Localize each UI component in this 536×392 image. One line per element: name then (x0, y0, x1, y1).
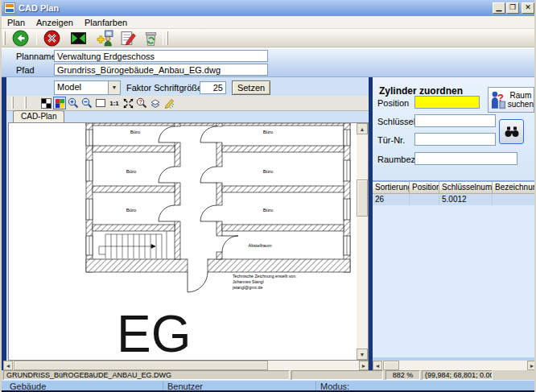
close-button[interactable]: ✕ (522, 2, 534, 14)
status-empty-cell (291, 370, 383, 380)
raum-suchen-label: suchen (508, 100, 534, 109)
zoom-window-button[interactable] (94, 97, 107, 109)
scroll-left-icon[interactable]: ◄ (3, 361, 13, 370)
menu-plan[interactable]: Plan (2, 16, 31, 29)
cell-bezeichnung (493, 194, 536, 205)
cad-viewport[interactable]: Büro Büro Büro Büro Büro Büro Abstellrau… (8, 122, 369, 361)
zoom-window-icon (95, 97, 106, 109)
abort-button[interactable] (39, 29, 64, 47)
assign-person-icon (97, 30, 113, 47)
annotation-line: jstangl@gmx.de (232, 285, 262, 290)
table-hscrollbar[interactable]: ◄ ► (373, 361, 536, 370)
cad-vscrollbar[interactable]: ▲ ▼ (357, 123, 368, 360)
table-header: Sortierung Position Schlüsselnummer Beze… (373, 182, 536, 194)
column-header-bezeichnung[interactable]: Bezeichnung (493, 182, 536, 194)
zoom-selected-button[interactable]: ? (135, 97, 148, 109)
scroll-down-icon[interactable]: ▼ (357, 349, 368, 360)
tuer-input[interactable] (414, 133, 496, 146)
zoom-extents-button[interactable] (122, 97, 134, 109)
trash-icon (142, 30, 159, 47)
view-toolbar-grip[interactable] (24, 97, 27, 109)
column-header-schluesselnummer[interactable]: Schlüsselnummer (439, 182, 493, 194)
cad-hscroll-thumb[interactable] (14, 361, 268, 370)
room-label: Büro (263, 169, 274, 174)
search-key-button[interactable] (499, 119, 524, 144)
status-coordinates: (99,984; 68,801; 0.000) (422, 370, 493, 380)
scroll-right-icon[interactable]: ► (359, 361, 369, 370)
schluessel-input[interactable] (414, 114, 496, 127)
app-window: CAD Plan ▁ ❐ ✕ Plan Anzeigen Planfarben (0, 0, 536, 392)
table-row[interactable]: 26 5.0012 (373, 194, 536, 205)
room-label: Büro (126, 208, 137, 213)
scale-1-1-button[interactable]: 1:1 (108, 97, 121, 109)
abort-icon (43, 30, 60, 47)
position-input[interactable] (414, 96, 480, 109)
raumbez-input[interactable] (414, 152, 517, 165)
faktor-input[interactable] (200, 81, 226, 94)
tab-cad-plan[interactable]: CAD-Plan (13, 110, 64, 122)
edit-button[interactable] (116, 29, 140, 47)
cad-pane: Model ▼ Faktor Schriftgröße Setzen (6, 77, 369, 370)
zoom-in-button[interactable] (67, 97, 80, 109)
fit-view-button[interactable] (66, 29, 90, 47)
view-toolbar: 1:1 ? (6, 96, 369, 111)
window-title: CAD Plan (19, 3, 59, 13)
column-header-sortierung[interactable]: Sortierung (373, 182, 410, 194)
table-hscroll-thumb[interactable] (383, 361, 399, 370)
scroll-up-icon[interactable]: ▲ (357, 123, 368, 134)
assign-person-button[interactable] (93, 29, 117, 47)
measure-pen-button[interactable] (163, 97, 175, 109)
setzen-button[interactable]: Setzen (232, 80, 270, 95)
room-label: Büro (126, 169, 137, 174)
cad-drawing[interactable]: Büro Büro Büro Büro Büro Büro Abstellrau… (9, 123, 357, 360)
menu-anzeigen[interactable]: Anzeigen (31, 16, 79, 29)
bw-mode-button[interactable] (39, 97, 52, 109)
cell-sortierung: 26 (373, 194, 410, 205)
app-icon (4, 2, 15, 14)
view-toolbar-grip[interactable] (11, 97, 14, 109)
scroll-right-icon[interactable]: ► (527, 361, 536, 370)
toolbar-grip[interactable] (3, 31, 6, 45)
cad-vscroll-thumb[interactable] (357, 179, 368, 217)
room-label: Büro (130, 130, 141, 134)
back-button[interactable] (8, 29, 32, 47)
footer-separator (315, 382, 316, 390)
maximize-button[interactable]: ❐ (506, 2, 519, 14)
color-mode-button[interactable] (53, 97, 66, 109)
zylinder-panel: Zylinder zuordnen ? Raum suchen Position… (373, 77, 536, 370)
layers-icon (150, 97, 161, 109)
room-search-icon: ? (490, 89, 506, 110)
pfad-input[interactable] (54, 64, 268, 76)
scroll-left-icon[interactable]: ◄ (373, 361, 382, 370)
delete-button[interactable] (138, 29, 163, 47)
raum-suchen-button[interactable]: ? Raum suchen (488, 87, 534, 113)
planname-input[interactable] (54, 50, 268, 62)
bw-quad-icon (41, 98, 52, 109)
toolbar-overflow-grip[interactable] (166, 31, 168, 45)
raumbez-label: Raumbez. (377, 155, 418, 164)
layers-button[interactable] (149, 97, 162, 109)
zoom-out-icon (81, 97, 93, 109)
pen-icon (163, 97, 175, 109)
model-select-value: Model (55, 81, 108, 94)
fit-view-icon (70, 30, 87, 47)
toolbar-separator (163, 31, 163, 45)
zoom-out-button[interactable] (80, 97, 93, 109)
floor-label: EG (117, 305, 191, 360)
faktor-label: Faktor Schriftgröße (126, 83, 202, 93)
model-select[interactable]: Model ▼ (54, 80, 121, 95)
chevron-down-icon[interactable]: ▼ (108, 81, 120, 94)
pfad-label: Pfad (16, 65, 35, 75)
tuer-label: Tür-Nr. (377, 135, 405, 145)
panel-title: Zylinder zuordnen (379, 85, 463, 97)
minimize-button[interactable]: ▁ (493, 2, 505, 14)
menu-planfarben[interactable]: Planfarben (79, 16, 133, 29)
binoculars-icon (504, 126, 520, 138)
menu-bar: Plan Anzeigen Planfarben (2, 16, 536, 29)
zylinder-table: Sortierung Position Schlüsselnummer Beze… (373, 180, 536, 357)
toolbar-separator (36, 31, 37, 45)
annotation-line: Johannes Stangl (233, 279, 264, 284)
cad-hscrollbar[interactable]: ◄ ► (3, 361, 369, 370)
footer-bar: Gebäude Benutzer Modus: (2, 380, 536, 390)
column-header-position[interactable]: Position (410, 182, 439, 194)
